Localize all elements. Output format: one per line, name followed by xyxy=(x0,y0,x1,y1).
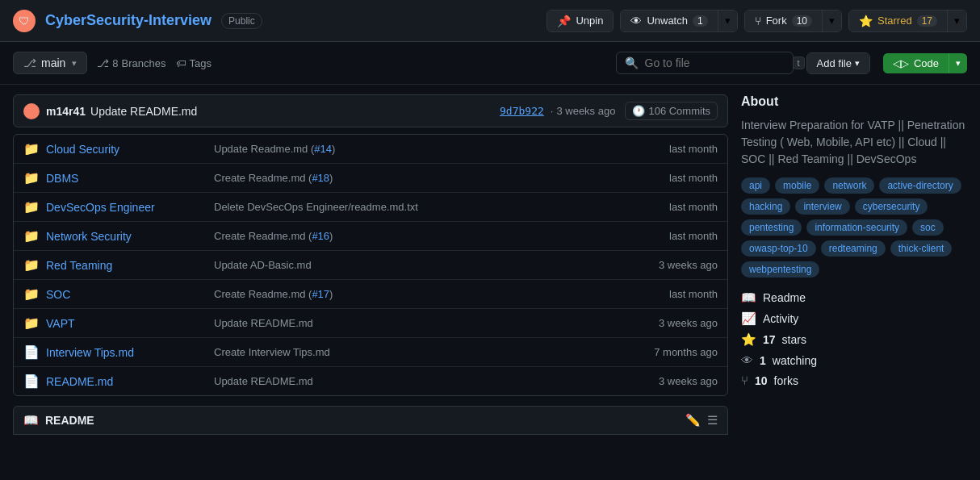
commit-hash[interactable]: 9d7b922 xyxy=(500,105,544,117)
file-time: last month xyxy=(669,230,718,242)
readme-title: README xyxy=(45,414,94,427)
watching-link[interactable]: 👁 1 watching xyxy=(741,353,967,367)
file-time: last month xyxy=(669,201,718,213)
edit-icon[interactable]: ✏️ xyxy=(685,413,701,428)
branches-link[interactable]: ⎇ 8 Branches xyxy=(97,57,165,69)
table-row: 📄Interview Tips.mdCreate Interview Tips.… xyxy=(14,338,727,367)
unwatch-dropdown[interactable]: ▾ xyxy=(718,10,737,31)
commits-link[interactable]: 🕐 106 Commits xyxy=(625,102,718,120)
folder-icon: 📁 xyxy=(23,315,40,331)
file-time: last month xyxy=(669,143,718,155)
folder-icon: 📁 xyxy=(23,141,40,157)
add-file-button[interactable]: Add file ▾ xyxy=(807,53,869,73)
topic-tag[interactable]: hacking xyxy=(741,198,790,215)
topic-tag[interactable]: active-directory xyxy=(879,177,961,194)
topic-tag[interactable]: cybersecurity xyxy=(855,198,928,215)
watching-icon: 👁 xyxy=(741,353,753,367)
starred-button[interactable]: ⭐ Starred 17 xyxy=(849,10,947,31)
file-name[interactable]: Red Teaming xyxy=(46,259,207,272)
file-time: last month xyxy=(669,288,718,300)
list-icon[interactable]: ☰ xyxy=(707,413,718,428)
readme-book-icon: 📖 xyxy=(23,413,39,428)
file-name[interactable]: Interview Tips.md xyxy=(46,346,207,359)
topic-tag[interactable]: soc xyxy=(912,219,944,236)
file-name[interactable]: Cloud Security xyxy=(46,143,207,156)
file-commit-message: Create Readme.md (#17) xyxy=(214,288,663,300)
readme-actions: ✏️ ☰ xyxy=(685,413,718,428)
file-time: 3 weeks ago xyxy=(659,375,718,387)
commit-link[interactable]: #16 xyxy=(312,230,329,242)
commit-link[interactable]: #17 xyxy=(312,288,329,300)
topic-tag[interactable]: mobile xyxy=(775,177,819,194)
readme-link[interactable]: 📖 Readme xyxy=(741,290,967,305)
search-input[interactable] xyxy=(645,56,786,69)
tags-icon: 🏷 xyxy=(176,57,186,69)
starred-dropdown[interactable]: ▾ xyxy=(947,10,966,31)
branch-icon: ⎇ xyxy=(23,56,36,69)
branch-meta: ⎇ 8 Branches 🏷 Tags xyxy=(97,57,211,69)
commit-username[interactable]: m14r41 xyxy=(46,105,86,118)
topic-tag[interactable]: thick-client xyxy=(890,240,953,257)
unpin-group: 📌 Unpin xyxy=(547,10,614,32)
stars-link[interactable]: ⭐ 17 stars xyxy=(741,332,967,347)
topic-tag[interactable]: redteaming xyxy=(821,240,886,257)
tags-link[interactable]: 🏷 Tags xyxy=(176,57,211,69)
commit-link[interactable]: #18 xyxy=(312,172,329,184)
forks-link[interactable]: ⑂ 10 forks xyxy=(741,374,967,387)
topic-tag[interactable]: information-security xyxy=(806,219,907,236)
file-time: last month xyxy=(669,172,718,184)
unpin-button[interactable]: 📌 Unpin xyxy=(547,10,613,31)
file-name[interactable]: DevSecOps Engineer xyxy=(46,201,207,214)
table-row: 📁SOCCreate Readme.md (#17)last month xyxy=(14,280,727,309)
file-commit-message: Update Readme.md (#14) xyxy=(214,143,663,155)
activity-icon: 📈 xyxy=(741,311,756,326)
file-name[interactable]: README.md xyxy=(46,375,207,388)
code-button[interactable]: ◁▷ Code xyxy=(883,53,949,73)
file-name[interactable]: Network Security xyxy=(46,230,207,243)
topic-tag[interactable]: api xyxy=(741,177,770,194)
watching-count: 1 xyxy=(760,354,766,367)
file-name[interactable]: VAPT xyxy=(46,317,207,330)
topic-tag[interactable]: pentesting xyxy=(741,219,802,236)
topics-container: apimobilenetworkactive-directoryhackingi… xyxy=(741,177,967,278)
starred-count: 17 xyxy=(917,15,937,27)
table-row: 📄README.mdUpdate README.md3 weeks ago xyxy=(14,367,727,395)
commit-separator: · xyxy=(551,105,554,117)
repo-name[interactable]: CyberSecurity-Interview xyxy=(45,12,211,29)
visibility-badge: Public xyxy=(221,13,262,29)
file-table: 📁Cloud SecurityUpdate Readme.md (#14)las… xyxy=(13,134,728,396)
table-row: 📁Cloud SecurityUpdate Readme.md (#14)las… xyxy=(14,135,727,164)
code-chevron-icon: ▾ xyxy=(956,58,961,69)
branch-selector[interactable]: ⎇ main ▾ xyxy=(13,52,87,74)
repo-logo: 🛡 xyxy=(13,10,36,32)
folder-icon: 📁 xyxy=(23,286,40,302)
file-name[interactable]: SOC xyxy=(46,288,207,301)
file-area: m14r41 Update README.md 9d7b922 · 3 week… xyxy=(0,85,741,448)
branch-chevron-icon: ▾ xyxy=(72,58,77,69)
about-title: About xyxy=(741,94,967,109)
unwatch-count: 1 xyxy=(693,15,708,27)
fork-dropdown[interactable]: ▾ xyxy=(822,10,841,31)
file-icon: 📄 xyxy=(23,344,40,360)
fork-button[interactable]: ⑂ Fork 10 xyxy=(745,10,822,31)
forks-icon: ⑂ xyxy=(741,374,748,387)
unwatch-label: Unwatch xyxy=(647,15,688,27)
branches-label: Branches xyxy=(122,57,166,69)
commit-link[interactable]: #14 xyxy=(314,143,332,155)
search-kbd: t xyxy=(793,56,805,69)
code-dropdown[interactable]: ▾ xyxy=(949,54,967,73)
unwatch-button[interactable]: 👁 Unwatch 1 xyxy=(621,10,717,31)
topic-tag[interactable]: owasp-top-10 xyxy=(741,240,816,257)
table-row: 📁Red TeamingUpdate AD-Basic.md3 weeks ag… xyxy=(14,251,727,280)
topic-tag[interactable]: interview xyxy=(795,198,849,215)
file-commit-message: Create Interview Tips.md xyxy=(214,346,647,358)
file-name[interactable]: DBMS xyxy=(46,172,207,185)
topic-tag[interactable]: network xyxy=(824,177,874,194)
activity-link[interactable]: 📈 Activity xyxy=(741,311,967,326)
code-group: ◁▷ Code ▾ xyxy=(883,53,967,73)
folder-icon: 📁 xyxy=(23,170,40,186)
fork-group: ⑂ Fork 10 ▾ xyxy=(744,10,842,32)
header-actions: 📌 Unpin 👁 Unwatch 1 ▾ ⑂ Fork 10 ▾ ⭐ xyxy=(547,10,967,32)
topic-tag[interactable]: webpentesting xyxy=(741,261,819,278)
table-row: 📁VAPTUpdate README.md3 weeks ago xyxy=(14,309,727,338)
